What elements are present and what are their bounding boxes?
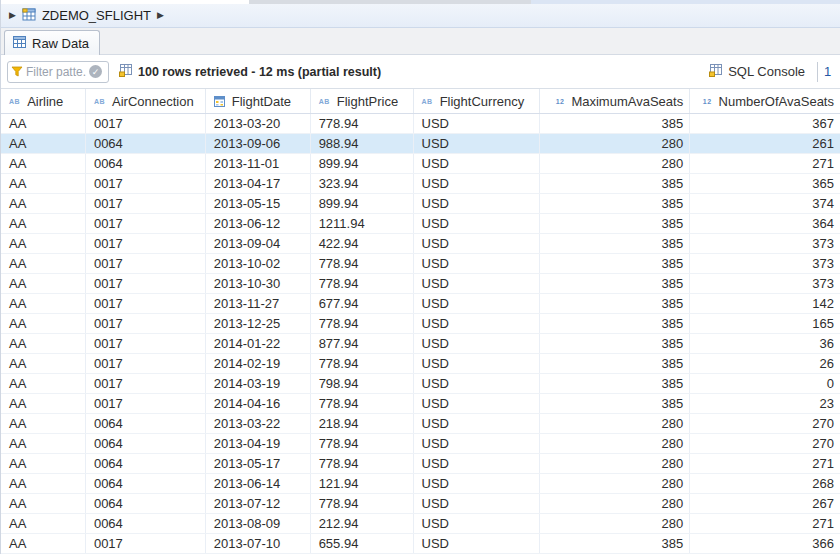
cell-airconnection[interactable]: 0064	[86, 434, 206, 453]
cell-flightdate[interactable]: 2013-11-01	[206, 154, 311, 173]
cell-numberofavaseats[interactable]: 364	[690, 214, 840, 233]
cell-maximumavaseats[interactable]: 385	[540, 274, 690, 293]
cell-flightprice[interactable]: 655.94	[311, 534, 414, 553]
cell-numberofavaseats[interactable]: 271	[690, 514, 840, 533]
tab-raw-data[interactable]: Raw Data	[4, 30, 100, 55]
cell-flightdate[interactable]: 2013-06-12	[206, 214, 311, 233]
cell-flightcurrency[interactable]: USD	[414, 394, 541, 413]
cell-flightprice[interactable]: 778.94	[311, 394, 414, 413]
breadcrumb-expand-icon[interactable]: ▶	[9, 11, 16, 20]
cell-airline[interactable]: AA	[1, 234, 86, 253]
cell-flightcurrency[interactable]: USD	[414, 254, 541, 273]
cell-airconnection[interactable]: 0017	[86, 214, 206, 233]
cell-numberofavaseats[interactable]: 165	[690, 314, 840, 333]
cell-flightdate[interactable]: 2013-12-25	[206, 314, 311, 333]
cell-numberofavaseats[interactable]: 270	[690, 414, 840, 433]
cell-numberofavaseats[interactable]: 142	[690, 294, 840, 313]
cell-airline[interactable]: AA	[1, 254, 86, 273]
cell-flightdate[interactable]: 2014-02-19	[206, 354, 311, 373]
cell-flightcurrency[interactable]: USD	[414, 274, 541, 293]
max-rows-control[interactable]: 1	[824, 64, 834, 79]
cell-flightdate[interactable]: 2014-03-19	[206, 374, 311, 393]
cell-maximumavaseats[interactable]: 385	[540, 114, 690, 133]
cell-flightprice[interactable]: 1211.94	[311, 214, 414, 233]
cell-airline[interactable]: AA	[1, 134, 86, 153]
table-row[interactable]: AA00172013-05-15899.94USD385374	[1, 194, 840, 214]
cell-maximumavaseats[interactable]: 280	[540, 454, 690, 473]
cell-numberofavaseats[interactable]: 373	[690, 274, 840, 293]
cell-flightprice[interactable]: 899.94	[311, 194, 414, 213]
column-header-airconnection[interactable]: ABAirConnection	[86, 89, 206, 113]
cell-maximumavaseats[interactable]: 385	[540, 394, 690, 413]
cell-airconnection[interactable]: 0017	[86, 374, 206, 393]
cell-flightprice[interactable]: 778.94	[311, 354, 414, 373]
cell-airconnection[interactable]: 0017	[86, 174, 206, 193]
cell-maximumavaseats[interactable]: 385	[540, 294, 690, 313]
cell-airline[interactable]: AA	[1, 394, 86, 413]
cell-numberofavaseats[interactable]: 270	[690, 434, 840, 453]
cell-flightcurrency[interactable]: USD	[414, 294, 541, 313]
cell-airconnection[interactable]: 0017	[86, 334, 206, 353]
cell-flightdate[interactable]: 2013-10-30	[206, 274, 311, 293]
cell-flightdate[interactable]: 2014-01-22	[206, 334, 311, 353]
table-row[interactable]: AA00172013-09-04422.94USD385373	[1, 234, 840, 254]
cell-flightcurrency[interactable]: USD	[414, 214, 541, 233]
cell-maximumavaseats[interactable]: 385	[540, 354, 690, 373]
table-row[interactable]: AA00642013-04-19778.94USD280270	[1, 434, 840, 454]
column-header-flightcurrency[interactable]: ABFlightCurrency	[414, 89, 541, 113]
cell-airconnection[interactable]: 0017	[86, 354, 206, 373]
cell-airline[interactable]: AA	[1, 314, 86, 333]
cell-airline[interactable]: AA	[1, 454, 86, 473]
table-row[interactable]: AA00642013-06-14121.94USD280268	[1, 474, 840, 494]
filter-options-icon[interactable]: ✓	[89, 65, 102, 78]
cell-airline[interactable]: AA	[1, 334, 86, 353]
cell-airconnection[interactable]: 0017	[86, 394, 206, 413]
cell-flightdate[interactable]: 2013-04-17	[206, 174, 311, 193]
cell-maximumavaseats[interactable]: 280	[540, 494, 690, 513]
cell-flightprice[interactable]: 798.94	[311, 374, 414, 393]
cell-airline[interactable]: AA	[1, 374, 86, 393]
cell-airconnection[interactable]: 0017	[86, 194, 206, 213]
cell-flightcurrency[interactable]: USD	[414, 134, 541, 153]
table-row[interactable]: AA00172013-10-30778.94USD385373	[1, 274, 840, 294]
cell-flightprice[interactable]: 778.94	[311, 494, 414, 513]
cell-airline[interactable]: AA	[1, 534, 86, 553]
cell-airconnection[interactable]: 0017	[86, 274, 206, 293]
cell-numberofavaseats[interactable]: 373	[690, 234, 840, 253]
cell-flightprice[interactable]: 121.94	[311, 474, 414, 493]
cell-airline[interactable]: AA	[1, 194, 86, 213]
cell-numberofavaseats[interactable]: 36	[690, 334, 840, 353]
table-row[interactable]: AA00172013-10-02778.94USD385373	[1, 254, 840, 274]
cell-numberofavaseats[interactable]: 271	[690, 454, 840, 473]
cell-maximumavaseats[interactable]: 385	[540, 214, 690, 233]
cell-numberofavaseats[interactable]: 268	[690, 474, 840, 493]
table-row[interactable]: AA00172013-12-25778.94USD385165	[1, 314, 840, 334]
cell-flightprice[interactable]: 218.94	[311, 414, 414, 433]
cell-airline[interactable]: AA	[1, 114, 86, 133]
cell-airline[interactable]: AA	[1, 274, 86, 293]
column-header-airline[interactable]: ABAirline	[1, 89, 86, 113]
table-row[interactable]: AA00172014-02-19778.94USD38526	[1, 354, 840, 374]
breadcrumb-next-icon[interactable]: ▶	[157, 11, 164, 20]
cell-maximumavaseats[interactable]: 280	[540, 154, 690, 173]
cell-airconnection[interactable]: 0017	[86, 234, 206, 253]
cell-maximumavaseats[interactable]: 280	[540, 514, 690, 533]
cell-flightcurrency[interactable]: USD	[414, 534, 541, 553]
cell-numberofavaseats[interactable]: 267	[690, 494, 840, 513]
table-row[interactable]: AA00172013-06-121211.94USD385364	[1, 214, 840, 234]
cell-flightdate[interactable]: 2013-05-17	[206, 454, 311, 473]
table-row[interactable]: AA00172014-04-16778.94USD38523	[1, 394, 840, 414]
cell-flightdate[interactable]: 2013-11-27	[206, 294, 311, 313]
cell-flightprice[interactable]: 778.94	[311, 254, 414, 273]
cell-airline[interactable]: AA	[1, 514, 86, 533]
cell-airconnection[interactable]: 0017	[86, 294, 206, 313]
cell-airconnection[interactable]: 0064	[86, 134, 206, 153]
cell-flightprice[interactable]: 323.94	[311, 174, 414, 193]
cell-flightprice[interactable]: 677.94	[311, 294, 414, 313]
cell-flightdate[interactable]: 2013-04-19	[206, 434, 311, 453]
cell-maximumavaseats[interactable]: 385	[540, 174, 690, 193]
column-header-flightdate[interactable]: FlightDate	[206, 89, 311, 113]
cell-maximumavaseats[interactable]: 385	[540, 334, 690, 353]
cell-airconnection[interactable]: 0064	[86, 414, 206, 433]
cell-flightdate[interactable]: 2014-04-16	[206, 394, 311, 413]
